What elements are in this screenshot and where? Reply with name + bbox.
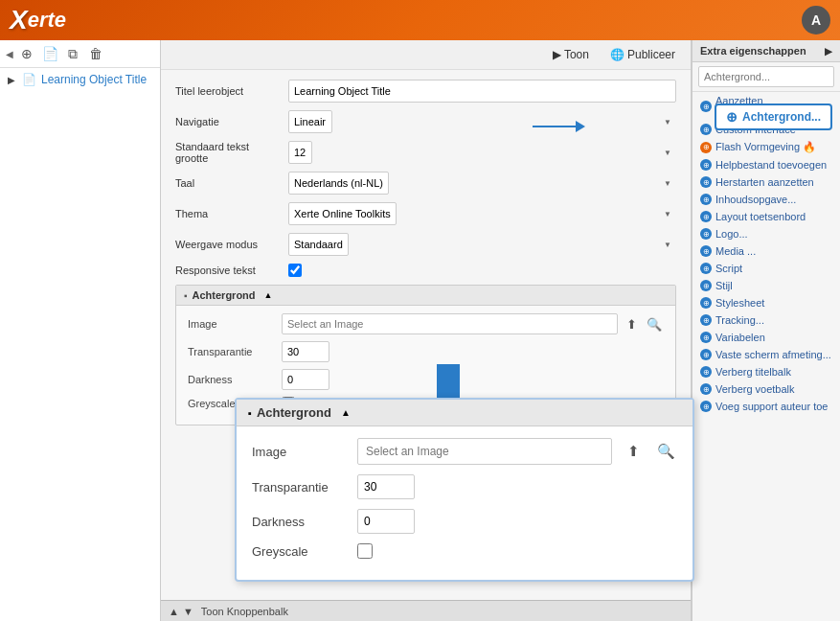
achtergrond-section-label: Achtergrond <box>193 289 256 301</box>
taal-select[interactable]: Nederlands (nl-NL) <box>288 172 389 195</box>
zoomed-row-darkness: Darkness <box>252 509 677 534</box>
weergave-label: Weergave modus <box>175 239 281 250</box>
transparantie-input[interactable] <box>282 341 329 362</box>
right-item-flash[interactable]: ⊕ Flash Vormgeving 🔥 <box>692 138 840 156</box>
transparantie-label: Transparantie <box>188 346 274 357</box>
right-item-icon-inhoudsopgave: ⊕ <box>700 194 712 205</box>
responsive-checkbox[interactable] <box>288 264 302 277</box>
right-item-herstarten[interactable]: ⊕ Herstarten aanzetten <box>692 173 840 191</box>
upload-icon-button[interactable]: ⬆ <box>622 314 641 334</box>
nav-down-icon[interactable]: ▼ <box>183 606 193 617</box>
sidebar-item-file-icon: 📄 <box>22 73 36 86</box>
right-item-tracking[interactable]: ⊕ Tracking... <box>692 311 840 329</box>
arrow-head <box>576 121 585 132</box>
right-item-icon-custom: ⊕ <box>700 124 712 135</box>
right-item-logo[interactable]: ⊕ Logo... <box>692 225 840 242</box>
right-item-stijl[interactable]: ⊕ Stijl <box>692 277 840 294</box>
right-item-icon-layout: ⊕ <box>700 211 712 222</box>
section-row-darkness: Darkness <box>188 369 664 390</box>
navigatie-select[interactable]: Lineair <box>288 110 332 133</box>
toon-label: Toon <box>564 48 589 61</box>
titel-input[interactable] <box>288 80 676 103</box>
darkness-input[interactable] <box>282 369 329 390</box>
form-row-taal: Taal Nederlands (nl-NL) <box>175 172 676 195</box>
right-item-icon-logo: ⊕ <box>700 228 712 240</box>
form-row-titel: Titel leerobject <box>175 80 676 103</box>
right-item-script[interactable]: ⊕ Script <box>692 260 840 277</box>
right-search-input[interactable] <box>698 66 834 87</box>
navigatie-label: Navigatie <box>175 116 281 127</box>
weergave-select[interactable]: Standaard <box>288 233 349 256</box>
zoomed-image-input[interactable] <box>357 438 612 465</box>
right-item-verberg-titelbalk[interactable]: ⊕ Verberg titelbalk <box>692 363 840 380</box>
right-item-icon-flash: ⊕ <box>700 142 712 153</box>
right-panel-header: Extra eigenschappen ▶ <box>692 40 840 62</box>
achtergrond-section-header[interactable]: ▪ Achtergrond ▲ <box>176 286 675 306</box>
achtergrond-floating-button[interactable]: ⊕ Achtergrond... <box>715 104 832 130</box>
right-item-verberg-voetbalk[interactable]: ⊕ Verberg voetbalk <box>692 380 840 398</box>
zoomed-row-greyscale: Greyscale <box>252 543 677 559</box>
standaard-select-wrapper: 12 <box>288 141 676 164</box>
thema-select[interactable]: Xerte Online Toolkits <box>288 202 397 225</box>
toon-button[interactable]: ▶ Toon <box>547 46 595 63</box>
zoomed-header-arrow-icon: ▲ <box>341 407 351 418</box>
zoomed-transparantie-input[interactable] <box>357 474 415 499</box>
zoomed-upload-button[interactable]: ⬆ <box>622 440 645 463</box>
zoomed-row-transparantie: Transparantie <box>252 474 677 499</box>
zoomed-search-button[interactable]: 🔍 <box>654 440 677 463</box>
right-item-media[interactable]: ⊕ Media ... <box>692 242 840 260</box>
search-icon-button[interactable]: 🔍 <box>645 314 664 334</box>
nav-up-icon[interactable]: ▲ <box>169 606 179 617</box>
image-input[interactable] <box>282 313 618 334</box>
extra-eigenschappen-label: Extra eigenschappen <box>700 45 806 57</box>
right-item-icon-vaste: ⊕ <box>700 349 712 360</box>
sidebar-toolbar: ◀ ⊕ 📄 ⧉ 🗑 <box>0 40 160 68</box>
form-row-standaard: Standaard tekst grootte 12 <box>175 141 676 164</box>
right-item-icon-herstarten: ⊕ <box>700 176 712 188</box>
delete-button[interactable]: 🗑 <box>86 44 105 63</box>
toon-knoppenbalk-label: Toon Knoppenbalk <box>201 606 288 617</box>
top-bar: X erte A <box>0 0 840 40</box>
zoomed-greyscale-checkbox[interactable] <box>357 543 373 559</box>
right-item-vaste[interactable]: ⊕ Vaste scherm afmeting... <box>692 346 840 363</box>
bottom-bar: ▲ ▼ Toon Knoppenbalk <box>161 600 691 621</box>
globe-icon: 🌐 <box>610 48 624 61</box>
section-row-transparantie: Transparantie <box>188 341 664 362</box>
form-row-thema: Thema Xerte Online Toolkits <box>175 202 676 225</box>
right-item-icon-verberg-voetbalk: ⊕ <box>700 383 712 395</box>
arrow-line <box>533 126 576 127</box>
copy-button[interactable]: ⧉ <box>63 44 82 63</box>
right-panel-collapse-icon[interactable]: ▶ <box>825 46 832 57</box>
right-item-icon-verberg-titelbalk: ⊕ <box>700 366 712 378</box>
zoomed-achtergrond-panel: ▪ Achtergrond ▲ Image ⬆ 🔍 Transparantie … <box>235 398 694 582</box>
sidebar-item-label: Learning Object Title <box>41 73 147 86</box>
zoomed-content: Image ⬆ 🔍 Transparantie Darkness Greysca… <box>237 426 692 580</box>
avatar[interactable]: A <box>802 6 830 34</box>
publiceer-button[interactable]: 🌐 Publiceer <box>604 46 681 63</box>
file-button[interactable]: 📄 <box>40 44 59 63</box>
standaard-select[interactable]: 12 <box>288 141 312 164</box>
right-item-helpbestand[interactable]: ⊕ Helpbestand toevoegen <box>692 156 840 173</box>
zoomed-header[interactable]: ▪ Achtergrond ▲ <box>237 400 692 426</box>
achtergrond-plus-icon: ⊕ <box>726 109 738 125</box>
right-item-layout[interactable]: ⊕ Layout toetsenbord <box>692 208 840 225</box>
right-panel-items: ⊕ Aanzetten verberg/toon... ⊕ Custom Int… <box>692 92 840 621</box>
right-item-icon-aanzetten: ⊕ <box>700 101 712 112</box>
thema-select-wrapper: Xerte Online Toolkits <box>288 202 676 225</box>
right-item-stylesheet[interactable]: ⊕ Stylesheet <box>692 294 840 311</box>
darkness-label: Darkness <box>188 374 274 385</box>
achtergrond-button-label: Achtergrond... <box>742 110 821 124</box>
right-item-inhoudsopgave[interactable]: ⊕ Inhoudsopgave... <box>692 191 840 208</box>
form-row-weergave: Weergave modus Standaard <box>175 233 676 256</box>
right-item-variabelen[interactable]: ⊕ Variabelen <box>692 329 840 346</box>
logo-erte: erte <box>28 8 66 33</box>
right-item-voeg[interactable]: ⊕ Voeg support auteur toe <box>692 398 840 415</box>
zoomed-darkness-input[interactable] <box>357 509 415 534</box>
add-item-button[interactable]: ⊕ <box>17 44 36 63</box>
taal-select-wrapper: Nederlands (nl-NL) <box>288 172 676 195</box>
sidebar-item-learning-object[interactable]: ▶ 📄 Learning Object Title <box>0 68 160 91</box>
right-item-icon-helpbestand: ⊕ <box>700 159 712 171</box>
play-icon: ▶ <box>553 48 561 61</box>
collapse-icon[interactable]: ◀ <box>6 49 13 59</box>
zoomed-greyscale-label: Greyscale <box>252 544 348 559</box>
